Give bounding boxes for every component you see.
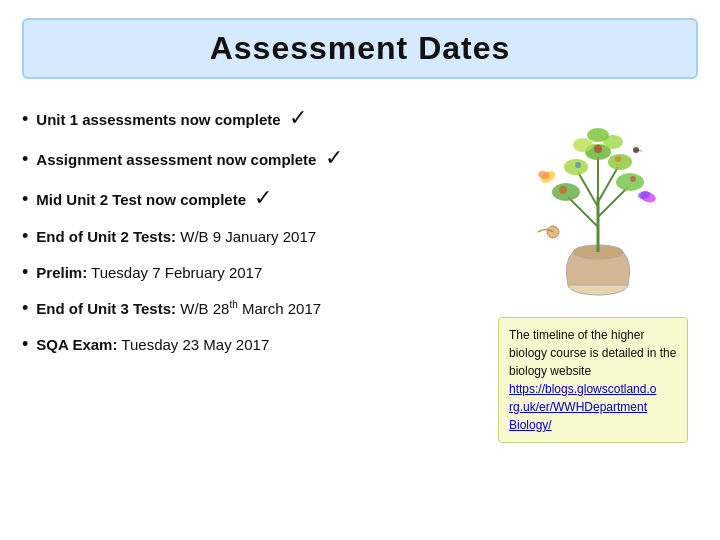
svg-point-15 [587, 128, 609, 142]
bullet-normal-4: W/B 9 January 2017 [180, 228, 316, 245]
checkmark-1: ✓ [289, 101, 307, 135]
bullet-item-3: • Mid Unit 2 Test now complete ✓ [22, 181, 488, 215]
bullet-normal-6: W/B 28th March 2017 [180, 300, 321, 317]
content-area: • Unit 1 assessments now complete ✓ • As… [22, 97, 698, 522]
svg-line-6 [598, 167, 618, 202]
page-title: Assessment Dates [210, 30, 511, 66]
bullet-item-7: • SQA Exam: Tuesday 23 May 2017 [22, 329, 488, 359]
page: Assessment Dates • Unit 1 assessments no… [0, 0, 720, 540]
bullet-item-5: • Prelim: Tuesday 7 February 2017 [22, 257, 488, 287]
checkmark-2: ✓ [325, 141, 343, 175]
bullet-dot-5: • [22, 259, 28, 287]
biology-illustration [518, 97, 678, 307]
svg-point-9 [616, 173, 644, 191]
bullet-bold-3: Mid Unit 2 Test now complete [36, 191, 246, 208]
bullet-dot-1: • [22, 106, 28, 134]
info-text: The timeline of the higher biology cours… [509, 328, 676, 378]
bullet-bold-5: Prelim: [36, 264, 87, 281]
svg-point-18 [575, 162, 581, 168]
bullet-dot-6: • [22, 295, 28, 323]
bullet-bold-7: SQA Exam: [36, 336, 117, 353]
svg-line-5 [578, 172, 598, 207]
bullet-bold-1: Unit 1 assessments now complete [36, 111, 280, 128]
svg-point-13 [573, 138, 593, 152]
svg-line-4 [598, 187, 628, 217]
bullet-bold-6: End of Unit 3 Tests: [36, 300, 176, 317]
bullet-dot-3: • [22, 186, 28, 214]
bullet-text-5: Prelim: Tuesday 7 February 2017 [36, 261, 488, 284]
title-box: Assessment Dates [22, 18, 698, 79]
svg-point-19 [615, 156, 621, 162]
svg-point-17 [630, 176, 636, 182]
bullet-dot-7: • [22, 331, 28, 359]
checkmark-3: ✓ [254, 181, 272, 215]
right-panel: The timeline of the higher biology cours… [498, 97, 698, 522]
bullet-item-4: • End of Unit 2 Tests: W/B 9 January 201… [22, 221, 488, 251]
bullet-normal-7: Tuesday 23 May 2017 [121, 336, 269, 353]
svg-point-11 [608, 154, 632, 170]
bullet-text-6: End of Unit 3 Tests: W/B 28th March 2017 [36, 297, 488, 320]
svg-point-26 [633, 147, 639, 153]
left-panel: • Unit 1 assessments now complete ✓ • As… [22, 97, 488, 522]
bullet-text-3: Mid Unit 2 Test now complete ✓ [36, 181, 488, 215]
bullet-text-1: Unit 1 assessments now complete ✓ [36, 101, 488, 135]
bullet-dot-2: • [22, 146, 28, 174]
info-link[interactable]: https://blogs.glowscotland.org.uk/er/WWH… [509, 382, 656, 432]
info-box: The timeline of the higher biology cours… [498, 317, 688, 443]
svg-point-20 [594, 145, 602, 153]
bullet-item-2: • Assignment assessment now complete ✓ [22, 141, 488, 175]
superscript-6: th [229, 299, 237, 310]
bullet-text-4: End of Unit 2 Tests: W/B 9 January 2017 [36, 225, 488, 248]
bullet-item-1: • Unit 1 assessments now complete ✓ [22, 101, 488, 135]
bullet-item-6: • End of Unit 3 Tests: W/B 28th March 20… [22, 293, 488, 323]
bullet-bold-2: Assignment assessment now complete [36, 151, 316, 168]
bullet-dot-4: • [22, 223, 28, 251]
bullet-text-2: Assignment assessment now complete ✓ [36, 141, 488, 175]
svg-line-3 [568, 197, 598, 227]
bullet-text-7: SQA Exam: Tuesday 23 May 2017 [36, 333, 488, 356]
bullet-normal-5: Tuesday 7 February 2017 [91, 264, 262, 281]
bullet-bold-4: End of Unit 2 Tests: [36, 228, 176, 245]
svg-point-16 [559, 186, 567, 194]
